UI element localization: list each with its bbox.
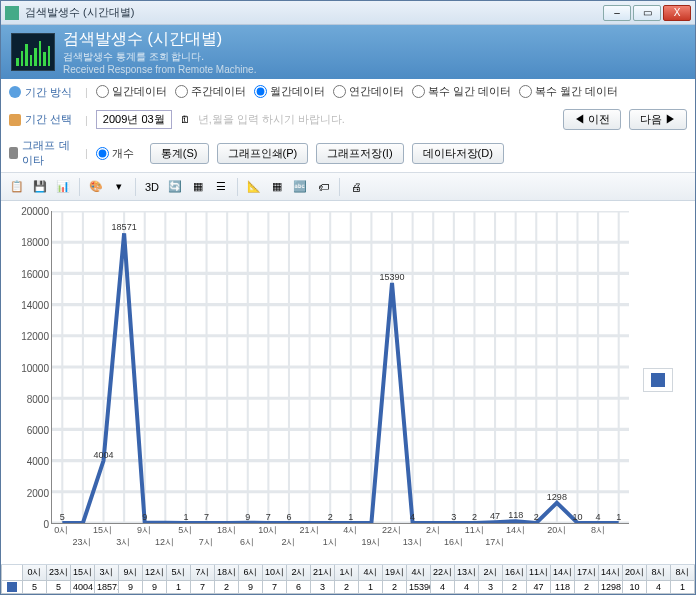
- tool-style-icon[interactable]: ▾: [109, 177, 129, 197]
- data-label: 5: [60, 512, 65, 522]
- y-axis: 0200040006000800010000120001400016000180…: [13, 211, 51, 524]
- grid-value-cell: 7: [191, 581, 215, 594]
- grid-header-cell: 22시: [431, 565, 455, 581]
- grid-header-cell: 10시: [263, 565, 287, 581]
- close-button[interactable]: X: [663, 5, 691, 21]
- print-button[interactable]: 그래프인쇄(P): [217, 143, 309, 164]
- grid-value-cell: 1298: [599, 581, 623, 594]
- period-type-radio[interactable]: 연간데이터: [333, 84, 404, 99]
- period-hint: 년,월을 입력 하시기 바랍니다.: [198, 112, 345, 127]
- x-tick: 16시: [444, 536, 463, 549]
- grid-value-cell: 4: [431, 581, 455, 594]
- count-radio[interactable]: 개수: [96, 146, 134, 161]
- grid-header-cell: 21시: [311, 565, 335, 581]
- grid-value-cell: 2: [503, 581, 527, 594]
- grid-value-cell: 15390: [407, 581, 431, 594]
- legend: [643, 368, 673, 392]
- data-label: 4: [596, 512, 601, 522]
- grid-header-cell: 14시: [599, 565, 623, 581]
- app-icon: [5, 6, 19, 20]
- window-title: 검색발생수 (시간대별): [25, 5, 603, 20]
- x-tick: 20시: [547, 524, 566, 537]
- tool-label-icon[interactable]: 🏷: [313, 177, 333, 197]
- grid-value-cell: 3: [311, 581, 335, 594]
- tool-save-icon[interactable]: 💾: [30, 177, 50, 197]
- period-type-radio[interactable]: 주간데이터: [175, 84, 246, 99]
- period-type-radio[interactable]: 월간데이터: [254, 84, 325, 99]
- data-label: 18571: [112, 222, 137, 232]
- calendar-step-icon[interactable]: 🗓: [180, 114, 190, 125]
- period-type-radio[interactable]: 복수 일간 데이터: [412, 84, 511, 99]
- legend-swatch: [651, 373, 665, 387]
- calendar-icon: [9, 114, 21, 126]
- tool-copy-icon[interactable]: 📋: [7, 177, 27, 197]
- save-data-button[interactable]: 데이타저장(D): [412, 143, 504, 164]
- data-label: 10: [572, 512, 582, 522]
- grid-header-cell: 18시: [215, 565, 239, 581]
- tool-print-icon[interactable]: 🖨: [346, 177, 366, 197]
- grid-header-cell: 23시: [47, 565, 71, 581]
- prev-button[interactable]: ◀ 이전: [563, 109, 621, 130]
- x-tick: 21시: [300, 524, 319, 537]
- period-type-radio[interactable]: 일간데이터: [96, 84, 167, 99]
- x-tick: 4시: [343, 524, 357, 537]
- data-label: 7: [266, 512, 271, 522]
- grid-value-cell: 9: [239, 581, 263, 594]
- grid-value-cell: 4004: [71, 581, 95, 594]
- grid-header-cell: 7시: [191, 565, 215, 581]
- grid-header-cell: 16시: [503, 565, 527, 581]
- next-button[interactable]: 다음 ▶: [629, 109, 687, 130]
- x-tick: 14시: [506, 524, 525, 537]
- period-type-group: 일간데이터주간데이터월간데이터연간데이터복수 일간 데이터복수 월간 데이터: [96, 84, 626, 100]
- tool-axis-icon[interactable]: 📐: [244, 177, 264, 197]
- stats-button[interactable]: 통계(S): [150, 143, 209, 164]
- grid-value-cell: 4: [455, 581, 479, 594]
- grid-value-cell: 4: [647, 581, 671, 594]
- grid-header-cell: 4시: [359, 565, 383, 581]
- data-label: 15390: [380, 272, 405, 282]
- grid-value-cell: 10: [623, 581, 647, 594]
- header: 검색발생수 (시간대별) 검색발생수 통계를 조회 합니다. Received …: [1, 25, 695, 79]
- tool-3d-icon[interactable]: 3D: [142, 177, 162, 197]
- grid-value-cell: 7: [263, 581, 287, 594]
- data-label: 118: [508, 510, 523, 520]
- grid-value-cell: 5: [47, 581, 71, 594]
- chart-svg: [52, 211, 629, 523]
- data-grid: 0시23시15시3시9시12시5시7시18시6시10시2시21시1시4시19시4…: [1, 564, 695, 594]
- period-type-radio[interactable]: 복수 월간 데이터: [519, 84, 618, 99]
- tool-grid-icon[interactable]: ▦: [267, 177, 287, 197]
- save-graph-button[interactable]: 그래프저장(I): [316, 143, 403, 164]
- tool-cluster-icon[interactable]: ▦: [188, 177, 208, 197]
- period-value[interactable]: 2009년 03월: [96, 110, 172, 129]
- data-label: 2: [328, 512, 333, 522]
- grid-header-cell: 2시: [287, 565, 311, 581]
- grid-value-cell: 2: [575, 581, 599, 594]
- grid-header-cell: 14시: [551, 565, 575, 581]
- maximize-button[interactable]: ▭: [633, 5, 661, 21]
- question-icon: [9, 86, 21, 98]
- grid-value-cell: 118: [551, 581, 575, 594]
- grid-value-cell: 6: [287, 581, 311, 594]
- tool-stack-icon[interactable]: ☰: [211, 177, 231, 197]
- x-tick: 22시: [382, 524, 401, 537]
- x-tick: 23시: [72, 536, 91, 549]
- data-label: 6: [286, 512, 291, 522]
- grid-header-cell: 8시: [647, 565, 671, 581]
- data-label: 4: [410, 512, 415, 522]
- grid-value-cell: 9: [119, 581, 143, 594]
- grid-header-cell: 17시: [575, 565, 599, 581]
- grid-header-cell: 12시: [143, 565, 167, 581]
- tool-chart-icon[interactable]: 📊: [53, 177, 73, 197]
- x-tick: 10시: [258, 524, 277, 537]
- x-tick: 11시: [465, 524, 484, 537]
- x-tick: 8시: [591, 524, 605, 537]
- grid-value-cell: 3: [479, 581, 503, 594]
- minimize-button[interactable]: –: [603, 5, 631, 21]
- tool-legend-icon[interactable]: 🔤: [290, 177, 310, 197]
- x-tick: 3시: [116, 536, 130, 549]
- tool-palette-icon[interactable]: 🎨: [86, 177, 106, 197]
- x-tick: 2시: [426, 524, 440, 537]
- grid-header-cell: 9시: [119, 565, 143, 581]
- x-tick: 6시: [240, 536, 254, 549]
- tool-rotate-icon[interactable]: 🔄: [165, 177, 185, 197]
